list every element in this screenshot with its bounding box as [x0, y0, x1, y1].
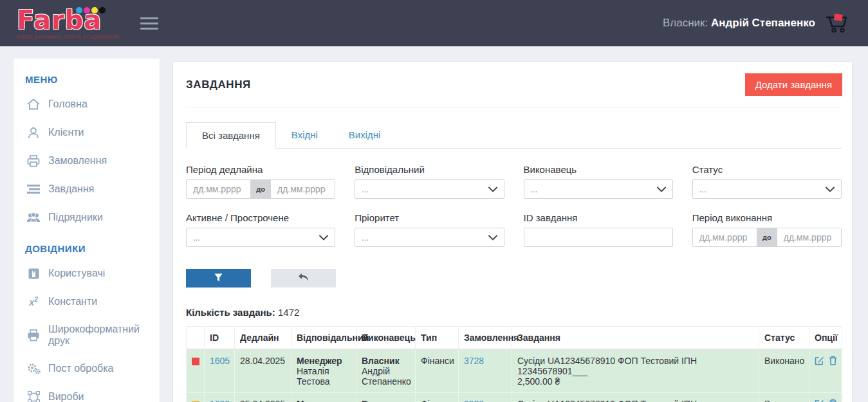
task-text-line1: Сусіди UA12345678910 ФОП Тестовий ІПН 12…: [517, 356, 753, 376]
priority-select-value: ...: [362, 233, 369, 242]
sidebar-item-orders[interactable]: Замовлення: [24, 147, 160, 175]
tasks-icon: [26, 183, 41, 196]
printer-icon: [26, 329, 41, 342]
options-cell: [815, 399, 836, 402]
page-body: МЕНЮ Головна Клієнти Замовлення Завдання: [0, 46, 868, 402]
priority-indicator: [192, 358, 199, 365]
executor-cell: Власник Андрій Степаненко: [356, 349, 416, 393]
tab-outbox[interactable]: Вихідні: [333, 122, 396, 149]
x-squared-icon: x2: [26, 295, 41, 308]
sidebar-item-wide-format-print[interactable]: Широкоформатний друк: [24, 316, 160, 354]
status-label: Статус: [692, 164, 842, 175]
tab-all-tasks[interactable]: Всі завдання: [186, 122, 276, 149]
execution-from-input[interactable]: [693, 228, 757, 246]
task-id-input[interactable]: [524, 228, 673, 247]
status-select[interactable]: ...: [692, 179, 842, 199]
priority-field: Пріоритет ...: [355, 212, 504, 247]
order-link[interactable]: 3930: [464, 399, 484, 402]
chevron-down-icon: [488, 235, 497, 241]
tabs-bar: Всі завдання Вхідні Вихідні: [186, 122, 842, 149]
sidebar-item-clients[interactable]: Клієнти: [24, 118, 160, 147]
chevron-down-icon: [657, 187, 666, 192]
farba-logo[interactable]: Farba ваша реклама стала яскравішою: [17, 8, 107, 40]
responsible-cell: Менеджер: [291, 393, 356, 402]
responsible-name: Наталія Тестова: [297, 366, 351, 387]
execution-period-range: до: [692, 228, 842, 247]
executor-select-value: ...: [531, 185, 538, 194]
sidebar-item-label: Головна: [48, 98, 88, 110]
sidebar-item-label: Завдання: [48, 183, 94, 195]
task-id-field: ID завдання: [524, 212, 673, 247]
status-field: Статус ...: [692, 164, 842, 199]
reset-filter-button[interactable]: [271, 269, 336, 288]
deadline-period-label: Період дедлайна: [186, 164, 335, 175]
executor-name: Андрій Степаненко: [362, 366, 410, 387]
order-link[interactable]: 3728: [464, 356, 484, 366]
task-id-link[interactable]: 1605: [210, 356, 230, 366]
black-dot: [99, 7, 106, 14]
sidebar-item-post-processing[interactable]: Пост обробка: [24, 354, 160, 383]
col-task: Завдання: [512, 327, 759, 350]
delete-icon[interactable]: [829, 356, 837, 365]
edit-icon[interactable]: [815, 399, 824, 402]
execution-period-field: Період виконання до: [692, 212, 842, 247]
logo-cmyk-dots: [76, 7, 106, 14]
undo-arrow-icon: [298, 273, 309, 284]
responsible-select[interactable]: ...: [355, 179, 504, 199]
status-cell: Виконано: [759, 393, 809, 402]
apply-filter-button[interactable]: [186, 269, 251, 288]
executor-label: Виконавець: [524, 164, 673, 175]
tab-inbox[interactable]: Вхідні: [276, 122, 333, 149]
execution-to-input[interactable]: [777, 228, 841, 246]
priority-select[interactable]: ...: [355, 228, 504, 247]
task-text-line2: 2,500.00 ₴: [517, 376, 753, 387]
executor-select[interactable]: ...: [524, 179, 673, 199]
task-id-link[interactable]: 1602: [210, 399, 230, 402]
filter-actions: [186, 269, 842, 288]
sidebar-item-contractors[interactable]: Підрядники: [24, 203, 160, 232]
col-status: Статус: [759, 327, 809, 350]
col-options: Опції: [809, 327, 842, 350]
deadline-from-input[interactable]: [187, 180, 250, 198]
sidebar-item-products[interactable]: Вироби: [24, 383, 160, 402]
cart-icon[interactable]: [826, 12, 850, 37]
magenta-dot: [84, 7, 90, 14]
edit-icon[interactable]: [815, 356, 824, 365]
table-row: 1602 25.04.2025 Менеджер Власник Фінанси…: [187, 393, 842, 402]
options-cell: [815, 356, 836, 365]
add-task-button[interactable]: Додати завдання: [745, 73, 842, 96]
responsible-select-value: ...: [362, 185, 369, 194]
main-panel: ЗАВДАННЯ Додати завдання Всі завдання Вх…: [172, 61, 853, 402]
active-overdue-select[interactable]: ...: [186, 228, 335, 247]
type-cell: Фінанси: [416, 393, 459, 402]
task-count-label: Кількість завдань:: [186, 307, 275, 318]
sidebar-item-constants[interactable]: x2 Константи: [24, 288, 160, 316]
delete-icon[interactable]: [829, 399, 837, 402]
top-bar: Farba ваша реклама стала яскравішою Влас…: [0, 0, 868, 46]
table-row: 1605 28.04.2025 Менеджер Наталія Тестова…: [187, 349, 842, 393]
deadline-cell: 28.04.2025: [235, 349, 291, 393]
responsible-role: Менеджер: [297, 356, 351, 366]
owner-name: Андрій Степаненко: [711, 17, 815, 29]
active-overdue-field: Активне / Прострочене ...: [186, 212, 335, 247]
sidebar-item-label: Підрядники: [48, 212, 103, 223]
deadline-to-input[interactable]: [271, 180, 335, 198]
sidebar-item-users[interactable]: Користувачі: [24, 259, 160, 288]
owner-label: Власник:: [663, 17, 708, 29]
gears-icon: [26, 362, 41, 375]
sidebar-item-tasks[interactable]: Завдання: [24, 175, 160, 203]
funnel-icon: [214, 273, 223, 284]
home-icon: [26, 98, 41, 111]
col-responsible: Відповідальний: [291, 327, 356, 350]
col-deadline: Дедлайн: [235, 327, 291, 350]
execution-period-label: Період виконання: [692, 212, 842, 223]
col-executor: Виконавець: [356, 327, 416, 350]
task-text-line1: Сусіди UA12345678910 ФОП Тестовий ІПН 12…: [517, 399, 753, 402]
executor-field: Виконавець ...: [524, 164, 673, 199]
hamburger-menu-icon[interactable]: [140, 17, 158, 30]
chevron-down-icon: [488, 187, 497, 192]
sidebar-section-menu-title: МЕНЮ: [25, 74, 160, 85]
sidebar: МЕНЮ Головна Клієнти Замовлення Завдання: [13, 58, 160, 402]
sidebar-item-home[interactable]: Головна: [24, 90, 160, 118]
date-separator-badge: до: [757, 228, 777, 246]
